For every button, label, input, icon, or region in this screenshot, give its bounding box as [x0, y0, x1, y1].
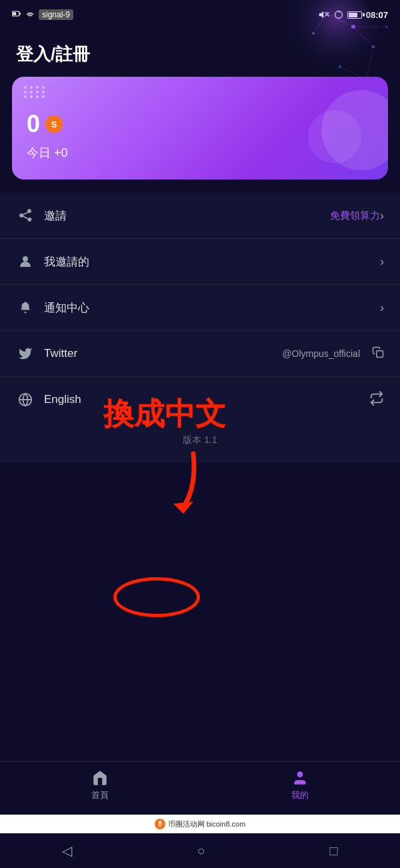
notifications-label: 通知中心 — [44, 300, 380, 316]
card-dots — [24, 86, 46, 98]
recent-button[interactable]: □ — [329, 843, 337, 859]
svg-marker-24 — [173, 502, 193, 514]
status-left: signal-9 — [12, 9, 73, 20]
rotation-icon — [334, 10, 343, 19]
twitter-value: @Olympus_official — [282, 348, 360, 359]
my-invites-arrow: › — [380, 255, 384, 269]
my-nav-label: 我的 — [291, 789, 309, 801]
battery-icon — [12, 10, 21, 19]
home-icon — [91, 769, 109, 787]
invite-label: 邀請 — [44, 208, 326, 224]
wifi-icon — [25, 10, 35, 19]
system-nav: ◁ ○ □ — [0, 833, 400, 868]
time-display: 08:07 — [366, 10, 388, 20]
copy-icon[interactable] — [372, 346, 384, 361]
my-invites-label: 我邀請的 — [44, 254, 380, 270]
menu-item-language[interactable]: English — [0, 377, 400, 422]
svg-rect-1 — [13, 13, 16, 15]
card-circle-small — [308, 110, 361, 163]
bicoin-bar: ₿ 币圈活动网 bicoin8.com — [0, 815, 400, 833]
menu-item-invite[interactable]: 邀請 免費領算力 › — [0, 193, 400, 239]
home-button[interactable]: ○ — [197, 843, 205, 859]
bottom-nav: 首頁 我的 — [0, 761, 400, 815]
status-bar: signal-9 08:07 — [0, 0, 400, 29]
signal-badge: signal-9 — [39, 9, 73, 20]
svg-rect-2 — [20, 13, 21, 15]
share-icon — [16, 206, 35, 225]
notifications-arrow: › — [380, 301, 384, 315]
svg-point-25 — [297, 771, 303, 777]
my-icon — [291, 769, 309, 787]
annotation-circle — [113, 577, 200, 617]
switch-icon[interactable] — [369, 391, 384, 409]
status-right: 08:07 — [318, 10, 388, 20]
mute-icon — [318, 10, 330, 19]
nav-item-home[interactable]: 首頁 — [0, 769, 200, 808]
home-nav-label: 首頁 — [91, 789, 109, 801]
globe-icon — [16, 390, 35, 409]
menu-item-notifications[interactable]: 通知中心 › — [0, 285, 400, 331]
card-s-badge: S — [45, 115, 63, 133]
invite-free-label: 免費領算力 — [330, 209, 380, 222]
page-header: 登入/註冊 — [0, 29, 400, 77]
bicoin-logo: ₿ — [155, 819, 165, 829]
nav-item-my[interactable]: 我的 — [200, 769, 400, 808]
version-text: 版本 1.1 — [0, 422, 400, 462]
page-title: 登入/註冊 — [16, 43, 384, 66]
svg-rect-21 — [377, 351, 383, 358]
back-button[interactable]: ◁ — [62, 843, 72, 859]
menu-item-twitter[interactable]: Twitter @Olympus_official — [0, 331, 400, 377]
twitter-label: Twitter — [44, 347, 282, 360]
language-label: English — [44, 393, 369, 406]
svg-point-20 — [23, 256, 28, 262]
bicoin-text: 币圈活动网 bicoin8.com — [168, 819, 246, 829]
bell-icon — [16, 298, 35, 317]
menu-item-my-invites[interactable]: 我邀請的 › — [0, 239, 400, 285]
card-amount-value: 0 — [27, 110, 40, 138]
battery-full-icon — [347, 11, 362, 19]
stats-card: 0 S 今日 +0 — [12, 77, 388, 179]
invite-arrow: › — [380, 209, 384, 223]
menu-list: 邀請 免費領算力 › 我邀請的 › 通知中心 › — [0, 193, 400, 422]
person-icon — [16, 252, 35, 271]
twitter-icon — [16, 344, 35, 363]
